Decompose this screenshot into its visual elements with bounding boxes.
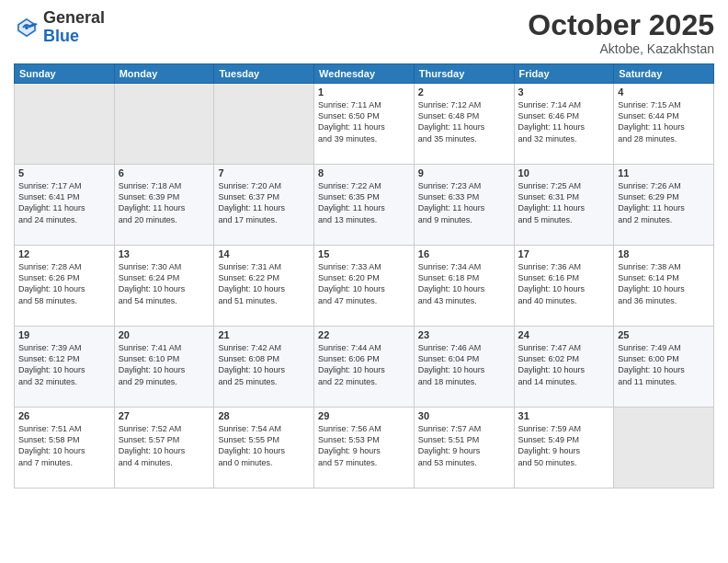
day-info: Sunrise: 7:36 AM Sunset: 6:16 PM Dayligh… [518, 261, 610, 306]
calendar-header-row: SundayMondayTuesdayWednesdayThursdayFrid… [15, 64, 714, 84]
column-header-sunday: Sunday [15, 64, 115, 84]
column-header-saturday: Saturday [614, 64, 714, 84]
day-number: 15 [318, 248, 410, 259]
day-number: 4 [618, 86, 710, 98]
calendar-cell: 7Sunrise: 7:20 AM Sunset: 6:37 PM Daylig… [214, 165, 314, 246]
day-info: Sunrise: 7:26 AM Sunset: 6:29 PM Dayligh… [618, 180, 710, 225]
calendar-cell: 13Sunrise: 7:30 AM Sunset: 6:24 PM Dayli… [114, 246, 214, 327]
logo-icon [14, 15, 40, 40]
calendar-cell: 2Sunrise: 7:12 AM Sunset: 6:48 PM Daylig… [414, 84, 514, 165]
day-info: Sunrise: 7:11 AM Sunset: 6:50 PM Dayligh… [318, 99, 410, 144]
calendar-week-row: 5Sunrise: 7:17 AM Sunset: 6:41 PM Daylig… [15, 165, 714, 246]
day-number: 27 [119, 410, 210, 421]
day-info: Sunrise: 7:57 AM Sunset: 5:51 PM Dayligh… [418, 423, 510, 468]
day-number: 7 [218, 167, 310, 178]
day-number: 11 [618, 167, 710, 178]
svg-point-2 [25, 26, 28, 29]
day-info: Sunrise: 7:22 AM Sunset: 6:35 PM Dayligh… [318, 180, 410, 225]
day-number: 29 [318, 410, 410, 421]
day-number: 10 [518, 167, 610, 178]
month-title: October 2025 [528, 9, 714, 41]
column-header-thursday: Thursday [414, 64, 514, 84]
calendar-cell: 20Sunrise: 7:41 AM Sunset: 6:10 PM Dayli… [114, 327, 214, 408]
day-number: 28 [218, 410, 310, 421]
calendar-cell: 17Sunrise: 7:36 AM Sunset: 6:16 PM Dayli… [514, 246, 614, 327]
day-info: Sunrise: 7:51 AM Sunset: 5:58 PM Dayligh… [18, 423, 110, 468]
day-info: Sunrise: 7:59 AM Sunset: 5:49 PM Dayligh… [518, 423, 610, 468]
day-info: Sunrise: 7:18 AM Sunset: 6:39 PM Dayligh… [119, 180, 210, 225]
calendar-cell: 23Sunrise: 7:46 AM Sunset: 6:04 PM Dayli… [414, 327, 514, 408]
day-number: 26 [18, 410, 110, 421]
day-info: Sunrise: 7:33 AM Sunset: 6:20 PM Dayligh… [318, 261, 410, 306]
day-info: Sunrise: 7:34 AM Sunset: 6:18 PM Dayligh… [418, 261, 510, 306]
day-number: 25 [618, 329, 710, 340]
day-number: 30 [418, 410, 510, 421]
header: General Blue October 2025 Aktobe, Kazakh… [14, 9, 714, 56]
calendar-cell [614, 408, 714, 488]
page: General Blue October 2025 Aktobe, Kazakh… [0, 0, 728, 563]
day-info: Sunrise: 7:52 AM Sunset: 5:57 PM Dayligh… [119, 423, 210, 468]
location: Aktobe, Kazakhstan [528, 41, 714, 56]
calendar-cell: 28Sunrise: 7:54 AM Sunset: 5:55 PM Dayli… [214, 408, 314, 488]
day-number: 31 [518, 410, 610, 421]
calendar-cell: 10Sunrise: 7:25 AM Sunset: 6:31 PM Dayli… [514, 165, 614, 246]
day-info: Sunrise: 7:46 AM Sunset: 6:04 PM Dayligh… [418, 342, 510, 387]
logo-blue: Blue [43, 27, 79, 45]
day-number: 16 [418, 248, 510, 259]
day-info: Sunrise: 7:41 AM Sunset: 6:10 PM Dayligh… [119, 342, 210, 387]
calendar-cell [214, 84, 314, 165]
title-block: October 2025 Aktobe, Kazakhstan [528, 9, 714, 56]
day-number: 21 [218, 329, 310, 340]
day-info: Sunrise: 7:42 AM Sunset: 6:08 PM Dayligh… [218, 342, 310, 387]
day-info: Sunrise: 7:49 AM Sunset: 6:00 PM Dayligh… [618, 342, 710, 387]
column-header-tuesday: Tuesday [214, 64, 314, 84]
calendar-cell: 5Sunrise: 7:17 AM Sunset: 6:41 PM Daylig… [15, 165, 115, 246]
day-info: Sunrise: 7:17 AM Sunset: 6:41 PM Dayligh… [18, 180, 110, 225]
day-number: 19 [18, 329, 110, 340]
calendar-cell: 29Sunrise: 7:56 AM Sunset: 5:53 PM Dayli… [314, 408, 415, 488]
day-number: 24 [518, 329, 610, 340]
calendar-cell: 15Sunrise: 7:33 AM Sunset: 6:20 PM Dayli… [314, 246, 415, 327]
calendar-cell: 31Sunrise: 7:59 AM Sunset: 5:49 PM Dayli… [514, 408, 614, 488]
day-number: 13 [119, 248, 210, 259]
day-info: Sunrise: 7:28 AM Sunset: 6:26 PM Dayligh… [18, 261, 110, 306]
calendar-cell: 3Sunrise: 7:14 AM Sunset: 6:46 PM Daylig… [514, 84, 614, 165]
calendar-cell: 22Sunrise: 7:44 AM Sunset: 6:06 PM Dayli… [314, 327, 415, 408]
calendar-cell: 19Sunrise: 7:39 AM Sunset: 6:12 PM Dayli… [15, 327, 115, 408]
day-info: Sunrise: 7:39 AM Sunset: 6:12 PM Dayligh… [18, 342, 110, 387]
calendar-week-row: 26Sunrise: 7:51 AM Sunset: 5:58 PM Dayli… [15, 408, 714, 488]
calendar-cell: 16Sunrise: 7:34 AM Sunset: 6:18 PM Dayli… [414, 246, 514, 327]
day-number: 9 [418, 167, 510, 178]
day-number: 14 [218, 248, 310, 259]
logo-text: General Blue [43, 9, 105, 46]
calendar-cell: 12Sunrise: 7:28 AM Sunset: 6:26 PM Dayli… [15, 246, 115, 327]
day-number: 5 [18, 167, 110, 178]
day-info: Sunrise: 7:12 AM Sunset: 6:48 PM Dayligh… [418, 99, 510, 144]
day-info: Sunrise: 7:20 AM Sunset: 6:37 PM Dayligh… [218, 180, 310, 225]
calendar: SundayMondayTuesdayWednesdayThursdayFrid… [14, 63, 714, 488]
logo: General Blue [14, 9, 105, 46]
day-info: Sunrise: 7:25 AM Sunset: 6:31 PM Dayligh… [518, 180, 610, 225]
day-info: Sunrise: 7:31 AM Sunset: 6:22 PM Dayligh… [218, 261, 310, 306]
column-header-monday: Monday [114, 64, 214, 84]
calendar-cell: 11Sunrise: 7:26 AM Sunset: 6:29 PM Dayli… [614, 165, 714, 246]
day-info: Sunrise: 7:15 AM Sunset: 6:44 PM Dayligh… [618, 99, 710, 144]
calendar-cell: 30Sunrise: 7:57 AM Sunset: 5:51 PM Dayli… [414, 408, 514, 488]
day-number: 2 [418, 86, 510, 98]
day-info: Sunrise: 7:54 AM Sunset: 5:55 PM Dayligh… [218, 423, 310, 468]
day-info: Sunrise: 7:38 AM Sunset: 6:14 PM Dayligh… [618, 261, 710, 306]
day-info: Sunrise: 7:30 AM Sunset: 6:24 PM Dayligh… [119, 261, 210, 306]
calendar-cell: 18Sunrise: 7:38 AM Sunset: 6:14 PM Dayli… [614, 246, 714, 327]
calendar-cell: 6Sunrise: 7:18 AM Sunset: 6:39 PM Daylig… [114, 165, 214, 246]
day-number: 3 [518, 86, 610, 98]
calendar-week-row: 12Sunrise: 7:28 AM Sunset: 6:26 PM Dayli… [15, 246, 714, 327]
calendar-cell [114, 84, 214, 165]
calendar-cell: 14Sunrise: 7:31 AM Sunset: 6:22 PM Dayli… [214, 246, 314, 327]
column-header-friday: Friday [514, 64, 614, 84]
calendar-cell: 8Sunrise: 7:22 AM Sunset: 6:35 PM Daylig… [314, 165, 415, 246]
logo-general: General [43, 8, 105, 27]
day-info: Sunrise: 7:47 AM Sunset: 6:02 PM Dayligh… [518, 342, 610, 387]
calendar-cell: 9Sunrise: 7:23 AM Sunset: 6:33 PM Daylig… [414, 165, 514, 246]
day-number: 22 [318, 329, 410, 340]
calendar-cell: 26Sunrise: 7:51 AM Sunset: 5:58 PM Dayli… [15, 408, 115, 488]
